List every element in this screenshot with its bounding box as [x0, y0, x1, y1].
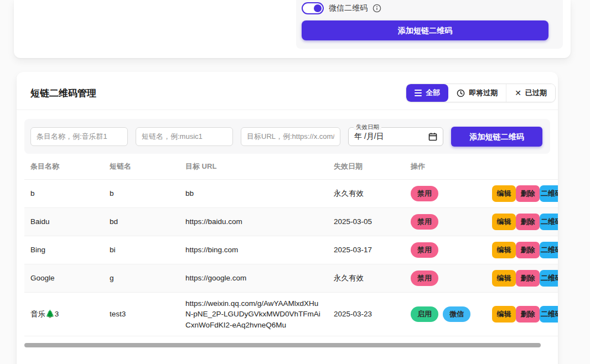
table-header-row: 条目名称 短链名 目标 URL 失效日期 操作 — [24, 154, 558, 179]
delete-button[interactable]: 删除 — [516, 214, 540, 230]
entry-name-cell: 音乐🌲3 — [24, 292, 103, 336]
wechat-badge: 微信 — [443, 306, 470, 322]
tab-expiring-soon[interactable]: 即将过期 — [448, 84, 506, 102]
expiry-date-label: 失效日期 — [354, 123, 381, 130]
table-scroll-area: 条目名称 短链名 目标 URL 失效日期 操作 bbbb永久有效禁用编辑删除二维… — [17, 154, 558, 336]
target-url-input[interactable] — [241, 127, 340, 146]
expiry-date-cell: 2025-03-23 — [328, 292, 406, 336]
edit-button[interactable]: 编辑 — [492, 185, 516, 202]
list-icon — [415, 90, 422, 96]
actions-cell: 启用微信编辑删除二维码 — [406, 292, 558, 336]
entry-name-cell: Bing — [24, 236, 103, 264]
actions-cell: 禁用编辑删除二维码 — [406, 264, 558, 292]
actions-cell: 禁用编辑删除二维码 — [406, 207, 558, 236]
status-badge: 禁用 — [411, 214, 438, 230]
shortlinks-table: 条目名称 短链名 目标 URL 失效日期 操作 bbbb永久有效禁用编辑删除二维… — [24, 154, 558, 336]
edit-button[interactable]: 编辑 — [492, 306, 516, 323]
horizontal-scrollbar[interactable] — [24, 343, 541, 347]
entry-name-cell: Google — [24, 264, 103, 292]
shortlink-name-input[interactable] — [136, 127, 233, 146]
add-shortlink-qrcode-button-top[interactable]: 添加短链二维码 — [302, 20, 548, 40]
add-qrcode-card: 微信二维码 添加短链二维码 — [14, 0, 571, 58]
wechat-qrcode-toggle[interactable] — [302, 2, 324, 14]
col-actions: 操作 — [406, 154, 558, 179]
expiry-date-cell: 2025-03-17 — [328, 236, 406, 264]
filter-panel: 失效日期 年 /月/日 添加短链二维码 — [24, 119, 550, 154]
calendar-icon[interactable] — [428, 132, 437, 141]
entry-name-input[interactable] — [30, 127, 128, 146]
page-title: 短链二维码管理 — [30, 87, 96, 100]
shortlink-name-cell: bi — [103, 236, 179, 264]
status-badge: 禁用 — [411, 186, 438, 201]
shortlink-name-cell: test3 — [103, 292, 179, 336]
status-badge: 禁用 — [411, 242, 438, 258]
edit-button[interactable]: 编辑 — [492, 270, 516, 287]
qrcode-button[interactable]: 二维码 — [540, 306, 558, 323]
status-badge: 禁用 — [411, 271, 438, 286]
col-expiry-date: 失效日期 — [328, 154, 406, 179]
info-icon[interactable] — [372, 4, 381, 13]
toggle-knob — [314, 4, 322, 12]
delete-button[interactable]: 删除 — [516, 270, 540, 287]
wechat-qrcode-toggle-label: 微信二维码 — [329, 3, 368, 13]
tab-expiring-soon-label: 即将过期 — [469, 88, 498, 98]
tab-expired[interactable]: ✕ 已过期 — [506, 84, 555, 102]
delete-button[interactable]: 删除 — [516, 306, 540, 323]
edit-button[interactable]: 编辑 — [492, 242, 516, 258]
shortlink-name-cell: g — [103, 264, 179, 292]
target-url-cell: https://bing.com — [179, 236, 328, 264]
target-url-cell: bb — [179, 179, 328, 207]
table-row: bbbb永久有效禁用编辑删除二维码 — [24, 179, 558, 207]
expiry-date-value: 年 /月/日 — [354, 132, 384, 142]
tab-all[interactable]: 全部 — [406, 84, 448, 102]
delete-button[interactable]: 删除 — [516, 242, 540, 258]
shortlink-name-cell: bd — [103, 207, 179, 236]
col-target-url: 目标 URL — [179, 154, 328, 179]
entry-name-cell: Baidu — [24, 207, 103, 236]
qrcode-button[interactable]: 二维码 — [540, 214, 558, 230]
col-shortlink-name: 短链名 — [103, 154, 179, 179]
status-badge: 启用 — [411, 306, 438, 322]
shortlink-manager-card: 短链二维码管理 全部 即将过期 ✕ 已过期 失效日期 年 /月/日 — [17, 72, 558, 364]
target-url-cell: https://baidu.com — [179, 207, 328, 236]
qrcode-button[interactable]: 二维码 — [540, 270, 558, 287]
close-icon: ✕ — [515, 89, 521, 97]
card-header: 短链二维码管理 全部 即将过期 ✕ 已过期 — [17, 72, 558, 110]
actions-cell: 禁用编辑删除二维码 — [406, 236, 558, 264]
clock-icon — [457, 89, 465, 97]
edit-button[interactable]: 编辑 — [492, 214, 516, 230]
entry-name-cell: b — [24, 179, 103, 207]
add-shortlink-qrcode-button[interactable]: 添加短链二维码 — [451, 127, 542, 147]
table-row: Baidubdhttps://baidu.com2025-03-05禁用编辑删除… — [24, 207, 558, 236]
filter-tabs: 全部 即将过期 ✕ 已过期 — [406, 84, 556, 102]
target-url-cell: https://google.com — [179, 264, 328, 292]
table-row: Googleghttps://google.com永久有效禁用编辑删除二维码 — [24, 264, 558, 292]
table-row: Bingbihttps://bing.com2025-03-17禁用编辑删除二维… — [24, 236, 558, 264]
delete-button[interactable]: 删除 — [516, 185, 540, 202]
tab-expired-label: 已过期 — [525, 88, 547, 98]
add-qrcode-form-panel: 微信二维码 添加短链二维码 — [296, 0, 563, 49]
expiry-date-cell: 永久有效 — [328, 264, 406, 292]
expiry-date-input[interactable]: 失效日期 年 /月/日 — [348, 127, 443, 146]
shortlink-name-cell: b — [103, 179, 179, 207]
col-entry-name: 条目名称 — [24, 154, 103, 179]
expiry-date-cell: 永久有效 — [328, 179, 406, 207]
target-url-cell: https://weixin.qq.com/g/AwYAAMlxdXHuN-pN… — [179, 292, 328, 336]
tab-all-label: 全部 — [426, 88, 440, 98]
actions-cell: 禁用编辑删除二维码 — [406, 179, 558, 207]
table-row: 音乐🌲3test3https://weixin.qq.com/g/AwYAAMl… — [24, 292, 558, 336]
qrcode-button[interactable]: 二维码 — [540, 185, 558, 202]
expiry-date-cell: 2025-03-05 — [328, 207, 406, 236]
table-body: bbbb永久有效禁用编辑删除二维码Baidubdhttps://baidu.co… — [24, 179, 558, 336]
qrcode-button[interactable]: 二维码 — [540, 242, 558, 258]
